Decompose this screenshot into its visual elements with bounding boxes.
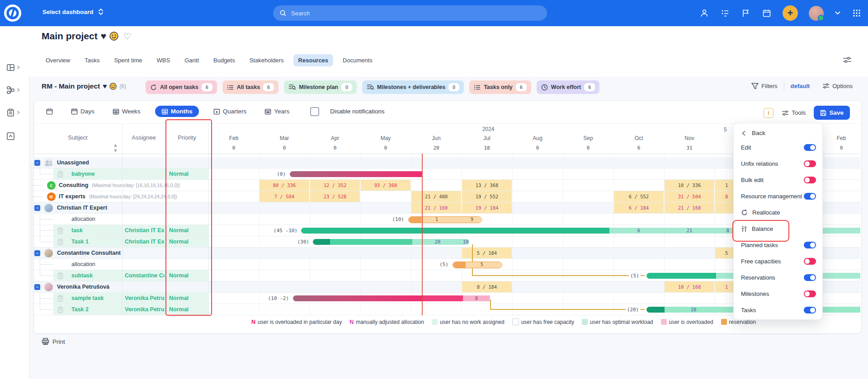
tab-budgets[interactable]: Budgets bbox=[208, 54, 240, 66]
filter-chip-work-effort[interactable]: Work effort6 bbox=[537, 80, 599, 94]
capacity-cell[interactable]: 21 / 160 bbox=[411, 202, 461, 213]
scale-weeks[interactable]: Weeks bbox=[109, 106, 144, 117]
capacity-cell[interactable]: 13 / 368 bbox=[462, 180, 512, 191]
gantt-bar-task-1[interactable] bbox=[313, 239, 469, 245]
tab-wbs[interactable]: WBS bbox=[152, 54, 175, 66]
scale-days[interactable]: Days bbox=[67, 106, 98, 117]
capacity-cell[interactable]: 10 / 336 bbox=[665, 180, 714, 191]
menu-item-tasks[interactable]: Tasks bbox=[734, 302, 822, 318]
collapse-button[interactable]: − bbox=[34, 205, 40, 211]
capacity-cell[interactable]: 8 / 184 bbox=[462, 281, 512, 292]
search-bar[interactable] bbox=[273, 5, 547, 21]
capacity-cell[interactable]: 6 / 184 bbox=[614, 202, 664, 213]
menu-item-free-capacities[interactable]: Free capacities bbox=[734, 253, 822, 269]
disable-notifications-checkbox[interactable] bbox=[310, 107, 319, 116]
calendar-picker-icon[interactable] bbox=[42, 106, 57, 117]
save-button[interactable]: Save bbox=[814, 106, 850, 120]
sidebar-item-tasks[interactable] bbox=[6, 106, 23, 119]
filter-chip-milestones-deliverables[interactable]: Milestones + deliverables0 bbox=[362, 80, 464, 94]
column-header-subject[interactable]: Subject bbox=[33, 134, 122, 141]
filter-chip-all-open-tasks[interactable]: All open tasks6 bbox=[146, 80, 217, 94]
subject-link[interactable]: babyone bbox=[71, 170, 94, 178]
favorite-heart-icon[interactable]: ♡ bbox=[123, 31, 131, 42]
gantt-bar-sample-task[interactable] bbox=[293, 295, 490, 301]
filter-chip-tasks-only[interactable]: Tasks only6 bbox=[469, 80, 531, 94]
subject-text[interactable]: Veronika Petrušová bbox=[57, 283, 109, 291]
subject-text[interactable]: Consulting(Maximal hours/day: [16,16,16,… bbox=[59, 182, 180, 189]
toggle-resource-management[interactable] bbox=[804, 193, 816, 200]
collapse-button[interactable]: − bbox=[34, 284, 40, 290]
options-button[interactable]: Options bbox=[822, 83, 853, 89]
search-input[interactable] bbox=[290, 9, 527, 17]
scale-quarters[interactable]: Quarters bbox=[210, 106, 250, 117]
menu-item-unfix-relations[interactable]: Unfix relations bbox=[734, 155, 822, 172]
menu-item-edit[interactable]: Edit bbox=[734, 139, 822, 155]
sort-icon[interactable]: ▲▼ bbox=[113, 142, 118, 153]
toggle-planned-tasks[interactable] bbox=[804, 242, 816, 248]
menu-item-resource-management[interactable]: Resource management bbox=[734, 188, 822, 204]
filter-chip-all-tasks[interactable]: All tasks6 bbox=[222, 80, 278, 94]
subject-link[interactable]: task bbox=[71, 227, 83, 234]
menu-item-reservations[interactable]: Reservations bbox=[734, 269, 822, 285]
capacity-cell[interactable]: 93 / 368 bbox=[361, 180, 410, 191]
back-menu-item[interactable]: Back bbox=[734, 123, 822, 139]
toggle-reservations[interactable] bbox=[804, 274, 816, 281]
menu-item-balance[interactable]: Balance bbox=[734, 220, 822, 237]
capacity-cell[interactable]: 10 / 168 bbox=[665, 281, 714, 292]
calendar-icon[interactable] bbox=[762, 8, 772, 18]
capacity-cell[interactable]: 23 / 528 bbox=[310, 191, 360, 202]
collapse-button[interactable]: − bbox=[34, 250, 40, 256]
gantt-bar-allocation[interactable] bbox=[453, 262, 502, 268]
my-tasks-icon[interactable] bbox=[720, 8, 730, 18]
capacity-cell[interactable]: 19 / 184 bbox=[462, 202, 512, 213]
sidebar-item-collapse[interactable] bbox=[6, 129, 23, 143]
menu-item-bulk-edit[interactable]: Bulk edit bbox=[734, 172, 822, 188]
toggle-milestones[interactable] bbox=[804, 290, 816, 297]
subject-link[interactable]: sample task bbox=[71, 295, 104, 302]
toggle-free-capacities[interactable] bbox=[804, 258, 816, 265]
app-logo-icon[interactable] bbox=[4, 4, 22, 22]
subject-link[interactable]: Task 1 bbox=[71, 238, 89, 246]
tab-stakeholders[interactable]: Stakeholders bbox=[245, 54, 289, 66]
profile-icon[interactable] bbox=[699, 8, 709, 18]
tab-spent-time[interactable]: Spent time bbox=[109, 54, 147, 66]
subject-link[interactable]: subtask bbox=[71, 272, 93, 280]
column-header-assignee[interactable]: Assignee bbox=[122, 134, 165, 141]
tab-overview[interactable]: Overview bbox=[41, 54, 75, 66]
toggle-unfix-relations[interactable] bbox=[804, 160, 816, 167]
tab-documents[interactable]: Documents bbox=[338, 54, 377, 66]
subject-link[interactable]: Task 2 bbox=[71, 306, 89, 313]
create-new-button[interactable]: + bbox=[783, 5, 798, 21]
apps-grid-icon[interactable] bbox=[852, 8, 862, 18]
tab-tasks[interactable]: Tasks bbox=[80, 54, 104, 66]
scale-months[interactable]: Months bbox=[155, 106, 199, 117]
capacity-cell[interactable]: 21 / 168 bbox=[665, 202, 714, 213]
flag-icon[interactable] bbox=[741, 8, 751, 18]
subject-text[interactable]: Unassigned bbox=[57, 159, 89, 167]
info-icon[interactable]: i bbox=[764, 108, 774, 118]
scale-years[interactable]: Years bbox=[261, 106, 293, 117]
capacity-cell[interactable]: 12 / 352 bbox=[310, 180, 360, 191]
tab-resources[interactable]: Resources bbox=[293, 54, 333, 66]
menu-item-reallocate[interactable]: Reallocate bbox=[734, 204, 822, 220]
toggle-edit[interactable] bbox=[804, 144, 816, 151]
subject-text[interactable]: IT experts(Maximal hours/day: [24,24,24,… bbox=[59, 193, 177, 201]
print-button[interactable]: Print bbox=[42, 338, 65, 345]
capacity-cell[interactable]: 21 / 480 bbox=[411, 191, 461, 202]
tools-button[interactable]: Tools bbox=[782, 109, 806, 116]
capacity-cell[interactable]: 31 / 504 bbox=[665, 191, 714, 202]
menu-item-milestones[interactable]: Milestones bbox=[734, 285, 822, 302]
sidebar-item-hierarchy[interactable] bbox=[6, 83, 23, 97]
collapse-button[interactable]: − bbox=[34, 160, 40, 166]
filter-preset-default[interactable]: default bbox=[791, 83, 810, 89]
toggle-tasks[interactable] bbox=[804, 307, 816, 313]
filters-button[interactable]: Filters bbox=[751, 83, 777, 89]
menu-item-planned-tasks[interactable]: Planned tasks bbox=[734, 237, 822, 253]
gantt-bar-babyone[interactable] bbox=[290, 171, 422, 177]
capacity-cell[interactable]: 6 / 552 bbox=[614, 191, 664, 202]
subject-text[interactable]: Constantine Consultant bbox=[57, 249, 121, 257]
column-header-priority[interactable]: Priority bbox=[165, 134, 208, 141]
chevron-down-icon[interactable] bbox=[835, 8, 841, 18]
capacity-cell[interactable]: 7 / 504 bbox=[259, 191, 309, 202]
capacity-cell[interactable]: 5 / 184 bbox=[462, 248, 512, 258]
